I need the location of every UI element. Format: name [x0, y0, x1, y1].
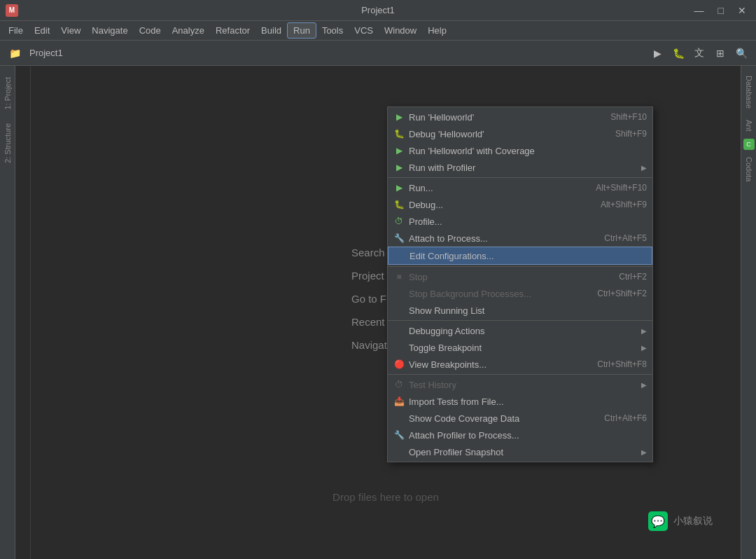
left-sidebar-tabs: 1: Project 2: Structure: [0, 66, 15, 559]
attach-process-label: Attach to Process...: [409, 233, 600, 244]
sidebar-tab-structure[interactable]: 2: Structure: [1, 118, 14, 169]
debug-helloworld-icon: 🐛: [393, 128, 405, 139]
import-tests-icon: 📥: [393, 396, 405, 407]
menu-edit[interactable]: Edit: [29, 23, 55, 38]
menu-code[interactable]: Code: [134, 23, 167, 38]
attach-profiler-label: Attach Profiler to Process...: [409, 430, 647, 441]
view-breakpoints-shortcut: Ctrl+Shift+F8: [597, 359, 647, 369]
menu-analyze[interactable]: Analyze: [167, 23, 210, 38]
coverage-data-icon: [393, 413, 405, 424]
menu-navigate[interactable]: Navigate: [86, 23, 133, 38]
test-history-item[interactable]: ⏱ Test History ▶: [388, 376, 652, 393]
debug-dots-item[interactable]: 🐛 Debug... Alt+Shift+F9: [388, 196, 652, 213]
coverage-data-shortcut: Ctrl+Alt+F6: [604, 413, 647, 423]
debugging-actions-arrow: ▶: [641, 327, 647, 335]
stop-background-label: Stop Background Processes...: [409, 289, 593, 299]
debug-dots-shortcut: Alt+Shift+F9: [601, 200, 647, 209]
run-helloworld-item[interactable]: ▶ Run 'Helloworld' Shift+F10: [388, 109, 652, 125]
run-profiler-label: Run with Profiler: [409, 163, 634, 173]
menu-help[interactable]: Help: [422, 23, 452, 38]
menu-refactor[interactable]: Refactor: [210, 23, 255, 38]
debug-dots-icon: 🐛: [393, 199, 405, 210]
open-snapshot-icon: [393, 446, 405, 457]
profile-icon: ⏱: [393, 216, 405, 227]
attach-process-shortcut: Ctrl+Alt+F5: [604, 233, 647, 243]
view-breakpoints-icon: 🔴: [393, 359, 405, 370]
show-running-icon: [393, 305, 405, 316]
right-sidebar: Database Ant C Codota: [741, 66, 756, 559]
show-running-item[interactable]: Show Running List: [388, 302, 652, 319]
open-snapshot-item[interactable]: Open Profiler Snapshot ▶: [388, 443, 652, 460]
left-panel: [15, 66, 31, 559]
menu-build[interactable]: Build: [255, 23, 287, 38]
show-running-label: Show Running List: [409, 305, 647, 316]
debug-helloworld-shortcut: Shift+F9: [615, 129, 647, 139]
coverage-data-label: Show Code Coverage Data: [409, 413, 600, 424]
toggle-breakpoint-item[interactable]: Toggle Breakpoint ▶: [388, 339, 652, 356]
run-section-2: ▶ Run... Alt+Shift+F10 🐛 Debug... Alt+Sh…: [388, 178, 652, 267]
main-layout: 1: Project 2: Structure Search Every Pro…: [0, 66, 756, 559]
wechat-icon: 💬: [648, 511, 668, 531]
menu-vcs[interactable]: VCS: [349, 23, 379, 38]
run-section-3: ■ Stop Ctrl+F2 Stop Background Processes…: [388, 267, 652, 321]
sidebar-database[interactable]: Database: [743, 71, 755, 113]
menu-view[interactable]: View: [55, 23, 86, 38]
run-profiler-arrow: ▶: [641, 164, 647, 172]
close-button[interactable]: ✕: [734, 4, 750, 18]
run-profiler-item[interactable]: ▶ Run with Profiler ▶: [388, 159, 652, 176]
import-tests-item[interactable]: 📥 Import Tests from File...: [388, 393, 652, 410]
toolbar: 📁 Project1 ▶ 🐛 文 ⊞ 🔍: [0, 41, 756, 66]
attach-process-item[interactable]: 🔧 Attach to Process... Ctrl+Alt+F5: [388, 230, 652, 247]
test-history-label: Test History: [409, 380, 634, 390]
run-helloworld-label: Run 'Helloworld': [409, 112, 606, 123]
translate-icon[interactable]: 文: [690, 44, 708, 62]
watermark: 💬 小猿叙说: [648, 511, 713, 531]
run-dots-shortcut: Alt+Shift+F10: [596, 183, 647, 193]
view-breakpoints-label: View Breakpoints...: [409, 359, 593, 370]
attach-profiler-icon: 🔧: [393, 429, 405, 441]
app-logo: M: [6, 4, 18, 17]
debug-helloworld-item[interactable]: 🐛 Debug 'Helloworld' Shift+F9: [388, 125, 652, 142]
menu-run[interactable]: Run: [287, 22, 316, 39]
toolbar-right: ▶ 🐛 文 ⊞ 🔍: [648, 44, 750, 62]
open-snapshot-label: Open Profiler Snapshot: [409, 447, 634, 457]
stop-item[interactable]: ■ Stop Ctrl+F2: [388, 268, 652, 285]
import-tests-label: Import Tests from File...: [409, 396, 647, 407]
title-bar-controls: — □ ✕: [690, 4, 750, 18]
layout-icon[interactable]: ⊞: [711, 44, 729, 62]
codota-badge[interactable]: C: [743, 139, 755, 150]
run-config-btn[interactable]: ▶: [648, 44, 666, 62]
window-title: Project1: [361, 5, 395, 15]
sidebar-codota[interactable]: Codota: [743, 153, 755, 186]
sidebar-tab-project[interactable]: 1: Project: [1, 71, 14, 115]
attach-profiler-item[interactable]: 🔧 Attach Profiler to Process...: [388, 427, 652, 443]
view-breakpoints-item[interactable]: 🔴 View Breakpoints... Ctrl+Shift+F8: [388, 356, 652, 373]
run-dots-item[interactable]: ▶ Run... Alt+Shift+F10: [388, 179, 652, 196]
minimize-button[interactable]: —: [690, 4, 708, 18]
folder-icon[interactable]: 📁: [6, 44, 24, 62]
maximize-button[interactable]: □: [714, 4, 728, 18]
edit-configurations-icon: [394, 250, 405, 261]
sidebar-ant[interactable]: Ant: [743, 116, 755, 136]
debug-dots-label: Debug...: [409, 200, 596, 210]
menu-window[interactable]: Window: [379, 23, 422, 38]
toggle-breakpoint-icon: [393, 342, 405, 353]
search-btn[interactable]: 🔍: [732, 44, 750, 62]
project-label: Project1: [29, 48, 63, 58]
attach-process-icon: 🔧: [393, 233, 405, 244]
open-snapshot-arrow: ▶: [641, 448, 647, 456]
debugging-actions-item[interactable]: Debugging Actions ▶: [388, 322, 652, 339]
menu-file[interactable]: File: [3, 23, 29, 38]
profile-item[interactable]: ⏱ Profile...: [388, 213, 652, 230]
debug-btn[interactable]: 🐛: [669, 44, 687, 62]
stop-background-item[interactable]: Stop Background Processes... Ctrl+Shift+…: [388, 285, 652, 302]
test-history-icon: ⏱: [393, 379, 405, 390]
coverage-data-item[interactable]: Show Code Coverage Data Ctrl+Alt+F6: [388, 410, 652, 427]
run-coverage-item[interactable]: ▶ Run 'Helloworld' with Coverage: [388, 142, 652, 159]
menu-tools[interactable]: Tools: [316, 23, 349, 38]
debug-helloworld-label: Debug 'Helloworld': [409, 129, 611, 139]
debugging-actions-icon: [393, 325, 405, 336]
edit-configurations-item[interactable]: Edit Configurations...: [388, 247, 652, 265]
profile-label: Profile...: [409, 216, 647, 227]
run-section-4: Debugging Actions ▶ Toggle Breakpoint ▶ …: [388, 321, 652, 375]
